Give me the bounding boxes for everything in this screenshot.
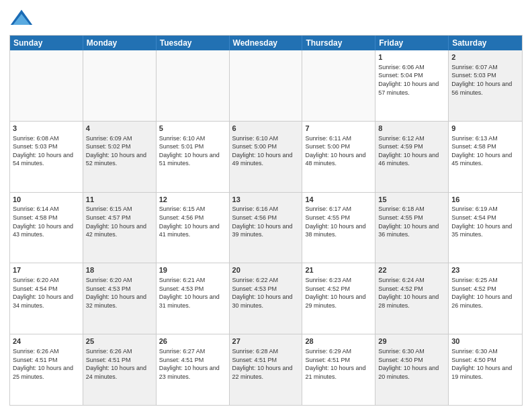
day-number: 23 <box>451 265 519 275</box>
day-info: Sunrise: 6:30 AMSunset: 4:50 PMDaylight:… <box>451 347 519 381</box>
calendar: SundayMondayTuesdayWednesdayThursdayFrid… <box>9 35 523 406</box>
calendar-row-1: 3Sunrise: 6:08 AMSunset: 5:03 PMDaylight… <box>10 121 522 192</box>
day-cell-29: 29Sunrise: 6:30 AMSunset: 4:50 PMDayligh… <box>375 334 449 405</box>
day-info: Sunrise: 6:21 AMSunset: 4:53 PMDaylight:… <box>159 276 226 310</box>
day-info: Sunrise: 6:30 AMSunset: 4:50 PMDaylight:… <box>378 347 445 381</box>
day-info: Sunrise: 6:26 AMSunset: 4:51 PMDaylight:… <box>86 347 153 381</box>
day-number: 29 <box>378 336 445 347</box>
day-number: 26 <box>159 336 226 347</box>
day-info: Sunrise: 6:26 AMSunset: 4:51 PMDaylight:… <box>13 347 80 381</box>
day-cell-2: 2Sunrise: 6:07 AMSunset: 5:03 PMDaylight… <box>449 50 522 121</box>
calendar-row-4: 24Sunrise: 6:26 AMSunset: 4:51 PMDayligh… <box>10 334 522 405</box>
header-day-friday: Friday <box>375 36 449 50</box>
logo <box>9 7 36 31</box>
header-day-monday: Monday <box>83 36 157 50</box>
calendar-body: 1Sunrise: 6:06 AMSunset: 5:04 PMDaylight… <box>10 50 522 405</box>
day-number: 22 <box>378 265 445 275</box>
day-cell-13: 13Sunrise: 6:16 AMSunset: 4:56 PMDayligh… <box>230 193 303 263</box>
day-cell-15: 15Sunrise: 6:18 AMSunset: 4:55 PMDayligh… <box>375 193 449 263</box>
day-number: 9 <box>451 124 519 134</box>
day-info: Sunrise: 6:28 AMSunset: 4:51 PMDaylight:… <box>232 347 300 381</box>
day-info: Sunrise: 6:24 AMSunset: 4:52 PMDaylight:… <box>378 276 445 310</box>
calendar-row-0: 1Sunrise: 6:06 AMSunset: 5:04 PMDaylight… <box>10 50 522 121</box>
day-info: Sunrise: 6:10 AMSunset: 5:00 PMDaylight:… <box>232 134 300 168</box>
day-number: 16 <box>451 195 519 205</box>
day-info: Sunrise: 6:13 AMSunset: 4:58 PMDaylight:… <box>451 134 519 168</box>
day-info: Sunrise: 6:23 AMSunset: 4:52 PMDaylight:… <box>305 276 372 310</box>
day-cell-10: 10Sunrise: 6:14 AMSunset: 4:58 PMDayligh… <box>10 193 83 263</box>
empty-cell-0-2 <box>157 50 230 121</box>
day-info: Sunrise: 6:20 AMSunset: 4:53 PMDaylight:… <box>86 276 153 310</box>
header-day-thursday: Thursday <box>302 36 375 50</box>
day-info: Sunrise: 6:10 AMSunset: 5:01 PMDaylight:… <box>159 134 226 168</box>
calendar-header: SundayMondayTuesdayWednesdayThursdayFrid… <box>10 36 522 50</box>
day-number: 27 <box>232 336 300 347</box>
day-info: Sunrise: 6:22 AMSunset: 4:53 PMDaylight:… <box>232 276 300 310</box>
empty-cell-0-0 <box>10 50 83 121</box>
day-number: 5 <box>159 124 226 134</box>
day-cell-5: 5Sunrise: 6:10 AMSunset: 5:01 PMDaylight… <box>157 122 230 192</box>
day-cell-4: 4Sunrise: 6:09 AMSunset: 5:02 PMDaylight… <box>83 122 157 192</box>
empty-cell-0-3 <box>230 50 303 121</box>
day-info: Sunrise: 6:07 AMSunset: 5:03 PMDaylight:… <box>451 63 519 97</box>
page: SundayMondayTuesdayWednesdayThursdayFrid… <box>0 0 532 411</box>
day-cell-12: 12Sunrise: 6:15 AMSunset: 4:56 PMDayligh… <box>157 193 230 263</box>
calendar-row-2: 10Sunrise: 6:14 AMSunset: 4:58 PMDayligh… <box>10 192 522 263</box>
header-day-tuesday: Tuesday <box>157 36 230 50</box>
day-info: Sunrise: 6:08 AMSunset: 5:03 PMDaylight:… <box>13 134 80 168</box>
day-number: 15 <box>378 195 445 205</box>
day-info: Sunrise: 6:25 AMSunset: 4:52 PMDaylight:… <box>451 276 519 310</box>
day-number: 19 <box>159 265 226 275</box>
day-cell-19: 19Sunrise: 6:21 AMSunset: 4:53 PMDayligh… <box>157 263 230 334</box>
empty-cell-0-4 <box>302 50 375 121</box>
day-info: Sunrise: 6:20 AMSunset: 4:54 PMDaylight:… <box>13 276 80 310</box>
day-number: 30 <box>451 336 519 347</box>
day-cell-18: 18Sunrise: 6:20 AMSunset: 4:53 PMDayligh… <box>83 263 157 334</box>
day-number: 13 <box>232 195 300 205</box>
day-number: 20 <box>232 265 300 275</box>
day-info: Sunrise: 6:29 AMSunset: 4:51 PMDaylight:… <box>305 347 372 381</box>
day-cell-26: 26Sunrise: 6:27 AMSunset: 4:51 PMDayligh… <box>157 334 230 405</box>
day-number: 21 <box>305 265 372 275</box>
day-cell-23: 23Sunrise: 6:25 AMSunset: 4:52 PMDayligh… <box>449 263 522 334</box>
day-cell-25: 25Sunrise: 6:26 AMSunset: 4:51 PMDayligh… <box>83 334 157 405</box>
day-number: 25 <box>86 336 153 347</box>
day-info: Sunrise: 6:15 AMSunset: 4:56 PMDaylight:… <box>159 205 226 238</box>
day-cell-3: 3Sunrise: 6:08 AMSunset: 5:03 PMDaylight… <box>10 122 83 192</box>
day-cell-24: 24Sunrise: 6:26 AMSunset: 4:51 PMDayligh… <box>10 334 83 405</box>
day-cell-8: 8Sunrise: 6:12 AMSunset: 4:59 PMDaylight… <box>375 122 449 192</box>
calendar-row-3: 17Sunrise: 6:20 AMSunset: 4:54 PMDayligh… <box>10 263 522 334</box>
day-number: 24 <box>13 336 80 347</box>
header-day-saturday: Saturday <box>449 36 522 50</box>
day-cell-1: 1Sunrise: 6:06 AMSunset: 5:04 PMDaylight… <box>375 50 449 121</box>
empty-cell-0-1 <box>83 50 157 121</box>
day-info: Sunrise: 6:27 AMSunset: 4:51 PMDaylight:… <box>159 347 226 381</box>
day-number: 6 <box>232 124 300 134</box>
day-cell-22: 22Sunrise: 6:24 AMSunset: 4:52 PMDayligh… <box>375 263 449 334</box>
day-number: 7 <box>305 124 372 134</box>
day-number: 17 <box>13 265 80 275</box>
day-cell-6: 6Sunrise: 6:10 AMSunset: 5:00 PMDaylight… <box>230 122 303 192</box>
day-info: Sunrise: 6:16 AMSunset: 4:56 PMDaylight:… <box>232 205 300 238</box>
day-number: 3 <box>13 124 80 134</box>
logo-icon <box>9 7 34 31</box>
day-info: Sunrise: 6:17 AMSunset: 4:55 PMDaylight:… <box>305 205 372 238</box>
day-info: Sunrise: 6:14 AMSunset: 4:58 PMDaylight:… <box>13 205 80 238</box>
day-info: Sunrise: 6:06 AMSunset: 5:04 PMDaylight:… <box>378 63 445 97</box>
day-info: Sunrise: 6:19 AMSunset: 4:54 PMDaylight:… <box>451 205 519 238</box>
day-info: Sunrise: 6:09 AMSunset: 5:02 PMDaylight:… <box>86 134 153 168</box>
day-cell-9: 9Sunrise: 6:13 AMSunset: 4:58 PMDaylight… <box>449 122 522 192</box>
day-cell-11: 11Sunrise: 6:15 AMSunset: 4:57 PMDayligh… <box>83 193 157 263</box>
day-cell-28: 28Sunrise: 6:29 AMSunset: 4:51 PMDayligh… <box>302 334 375 405</box>
day-number: 8 <box>378 124 445 134</box>
day-number: 14 <box>305 195 372 205</box>
day-number: 28 <box>305 336 372 347</box>
day-number: 4 <box>86 124 153 134</box>
day-number: 10 <box>13 195 80 205</box>
header-day-wednesday: Wednesday <box>230 36 303 50</box>
day-cell-21: 21Sunrise: 6:23 AMSunset: 4:52 PMDayligh… <box>302 263 375 334</box>
header <box>9 7 523 31</box>
day-cell-16: 16Sunrise: 6:19 AMSunset: 4:54 PMDayligh… <box>449 193 522 263</box>
day-cell-27: 27Sunrise: 6:28 AMSunset: 4:51 PMDayligh… <box>230 334 303 405</box>
day-cell-17: 17Sunrise: 6:20 AMSunset: 4:54 PMDayligh… <box>10 263 83 334</box>
